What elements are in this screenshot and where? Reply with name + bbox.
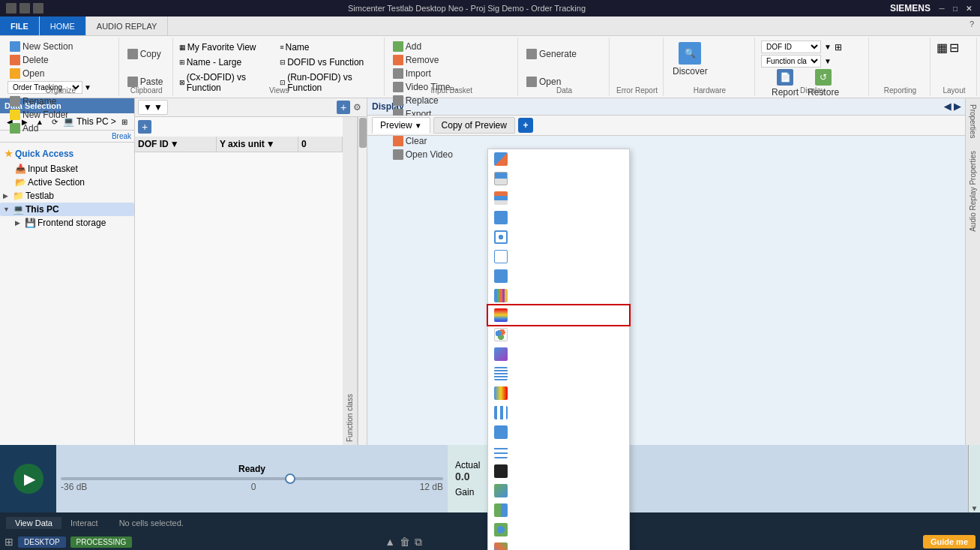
middle-add-button[interactable]: +: [337, 101, 350, 114]
scroll-bar[interactable]: [358, 117, 367, 445]
minimize-button[interactable]: ─: [937, 3, 947, 14]
view-icon-3: ⊞: [179, 59, 185, 66]
slider-thumb[interactable]: [285, 473, 295, 484]
play-button[interactable]: ▶: [13, 464, 43, 494]
add-tab-button[interactable]: + FrontBack Bode UpperLower: [518, 118, 533, 133]
th-y-axis-unit[interactable]: Y axis unit ▼: [217, 137, 298, 152]
view-dofid-function[interactable]: ⊟ DOFID vs Function: [280, 56, 379, 69]
active-section-item[interactable]: 📂 Active Section: [0, 176, 134, 189]
rename-button[interactable]: Rename: [7, 95, 114, 107]
view-data-tab[interactable]: View Data: [6, 517, 61, 529]
new-section-icon: [10, 41, 20, 52]
guide-me-button[interactable]: Guide me: [923, 535, 976, 548]
table-header: DOF ID ▼ Y axis unit ▼ 0: [135, 137, 343, 152]
view-my-favorite[interactable]: ▦ My Favorite View: [179, 41, 279, 54]
new-section-button[interactable]: New Section: [7, 41, 114, 53]
menu-item-matrix[interactable]: Matrix: [488, 403, 629, 422]
break-button[interactable]: Break: [112, 132, 131, 140]
menu-item-gps[interactable]: GPS: [488, 266, 629, 286]
menu-item-functionmap[interactable]: Function-Map: [488, 364, 629, 383]
ib-remove-button[interactable]: Remove: [391, 54, 513, 66]
delete-button[interactable]: Delete: [7, 54, 114, 66]
menu-item-multitrace[interactable]: Multi-Trace: [488, 208, 629, 227]
quick-access-header[interactable]: ★ Quick Access: [0, 146, 134, 162]
th-dof-id[interactable]: DOF ID ▼: [135, 137, 217, 152]
data-generate-button[interactable]: Generate: [524, 41, 604, 67]
scroll-right: ▼: [598, 445, 980, 512]
copy-preview-label: Copy of Preview: [442, 120, 507, 131]
preview-label: Preview: [380, 120, 412, 131]
desktop-badge[interactable]: DESKTOP: [18, 536, 66, 548]
input-basket-item[interactable]: 📥 Input Basket: [0, 162, 134, 176]
function-class-dropdown[interactable]: Function class: [761, 55, 821, 68]
ribbon-group-error-report: Error Report: [611, 38, 664, 96]
menu-item-octave[interactable]: Octave: [488, 286, 629, 305]
tree-frontend-storage[interactable]: ▶ 💾 Frontend storage: [0, 216, 134, 230]
menu-item-matrixheatmap[interactable]: Matrix-Heatmap: [488, 383, 629, 403]
open-button[interactable]: Open: [7, 68, 114, 80]
copy-icon: [127, 49, 138, 59]
menu-item-numerical[interactable]: Numerical: [488, 422, 629, 442]
preview-dropdown-arrow[interactable]: ▼: [415, 122, 422, 130]
tab-preview[interactable]: Preview ▼: [372, 117, 430, 134]
maximize-button[interactable]: □: [950, 3, 961, 14]
bottom-icon-copy[interactable]: ⧉: [415, 536, 422, 548]
tab-home[interactable]: HOME: [40, 17, 86, 35]
reporting-label: Reporting: [871, 86, 930, 95]
right-scrollbar[interactable]: ▼: [968, 445, 980, 512]
menu-item-xy[interactable]: XY: [488, 247, 629, 266]
ribbon-group-input-basket: Add Remove Import Video Time... Replace: [386, 38, 518, 96]
tree-testlab[interactable]: ▶ 📁 Testlab: [0, 189, 134, 203]
processing-badge[interactable]: PROCESSING: [70, 536, 133, 548]
nav-expand-button[interactable]: ⊞: [118, 115, 131, 128]
testlab-label: Testlab: [25, 191, 54, 201]
menu-item-table[interactable]: Table: [488, 442, 629, 445]
active-section-label: Active Section: [28, 177, 85, 188]
tab-audio-replay[interactable]: AUDIO REPLAY: [86, 17, 169, 35]
menu-item-colormap[interactable]: Colormap: [488, 305, 629, 325]
matrixheatmap-icon: [494, 386, 508, 400]
copy-button[interactable]: Copy: [125, 41, 168, 67]
new-folder-button[interactable]: New Folder: [7, 109, 114, 121]
ib-add-button[interactable]: Add: [391, 41, 513, 53]
menu-item-frontback[interactable]: FrontBack: [488, 149, 629, 169]
input-basket-content: Add Remove Import Video Time... Replace: [391, 39, 513, 161]
bottom-icon-trash[interactable]: 🗑: [400, 536, 410, 548]
properties-label[interactable]: Properties: [967, 98, 979, 145]
display-content: [367, 136, 965, 445]
slider-track[interactable]: [61, 477, 443, 480]
tree-this-pc[interactable]: ▼ 💻 This PC: [0, 203, 134, 216]
add-button[interactable]: Add: [7, 122, 114, 134]
dof-id-dropdown[interactable]: DOF ID: [761, 41, 821, 53]
view-name-large[interactable]: ⊞ Name - Large: [179, 56, 279, 69]
menu-item-nyquist[interactable]: Nyquist: [488, 227, 629, 247]
app-icon-2: [19, 3, 30, 14]
close-button[interactable]: ✕: [964, 3, 974, 14]
add-row-button[interactable]: +: [138, 120, 151, 134]
menu-item-waterfall[interactable]: Waterfall: [488, 344, 629, 364]
ib-clear-button[interactable]: Clear: [391, 135, 513, 147]
audio-replay-properties-label[interactable]: Audio Replay Properties: [967, 145, 979, 238]
interact-tab[interactable]: Interact: [61, 517, 107, 529]
help-button[interactable]: ?: [964, 17, 980, 35]
filter-button[interactable]: ▼ ▼: [138, 100, 168, 115]
tab-file[interactable]: FILE: [0, 17, 40, 35]
scroll-thumb[interactable]: [359, 118, 367, 148]
ib-import-button[interactable]: Import: [391, 68, 513, 80]
tab-copy-preview[interactable]: Copy of Preview: [433, 117, 515, 134]
scroll-down-arrow[interactable]: ▼: [969, 504, 980, 512]
th-zero[interactable]: 0: [298, 137, 343, 152]
menu-item-upperlower[interactable]: UpperLower: [488, 188, 629, 208]
dof-id-expand-icon[interactable]: ⊞: [835, 42, 842, 53]
data-table-area: + DOF ID ▼ Y axis unit ▼ 0: [135, 117, 343, 445]
menu-item-pointcloud[interactable]: PointCloud: [488, 325, 629, 344]
desktop-grid-icon[interactable]: ⊞: [4, 536, 13, 548]
view-icon-6: ⊡: [280, 79, 286, 86]
display-expand-icon[interactable]: ▶: [954, 101, 961, 112]
ib-replace-button[interactable]: Replace: [391, 95, 513, 107]
middle-settings-button[interactable]: ⚙: [350, 101, 364, 114]
bottom-icon-up[interactable]: ▲: [385, 536, 395, 548]
view-name[interactable]: ≡ Name: [280, 41, 379, 54]
menu-item-bode[interactable]: Bode: [488, 169, 629, 188]
display-collapse-icon[interactable]: ◀: [944, 101, 951, 112]
